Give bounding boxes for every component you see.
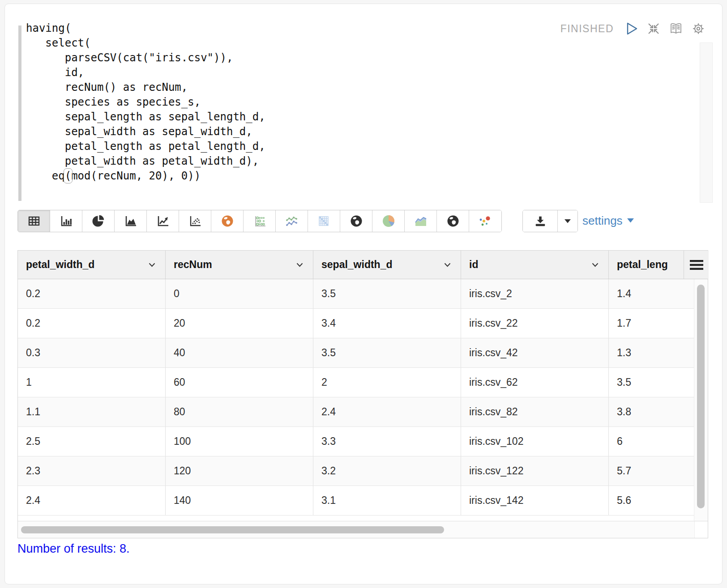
chart-map-button[interactable] <box>211 210 244 232</box>
chart-stacked-area-button[interactable] <box>405 210 437 232</box>
bar-chart-icon <box>60 215 73 227</box>
chart-line-button[interactable] <box>147 210 179 232</box>
table-row: 2.5 100 3.3 iris.csv_102 6 <box>18 427 695 456</box>
hamburger-menu-icon <box>690 260 703 270</box>
chevron-down-icon[interactable] <box>149 263 155 267</box>
table-icon <box>27 215 41 227</box>
results-count-text: Number of results: 8. <box>17 542 130 556</box>
table-cell: iris.csv_122 <box>461 456 609 486</box>
globe-dark-icon <box>350 214 363 228</box>
horizontal-scrollbar-track[interactable] <box>18 521 708 538</box>
editor-gutter <box>18 26 21 201</box>
table-cell: 2.4 <box>18 486 166 515</box>
chart-scatter-button[interactable] <box>179 210 211 232</box>
pie-chart-icon <box>92 214 105 228</box>
column-header-id[interactable]: id <box>461 251 609 279</box>
table-cell: 0.3 <box>18 338 166 367</box>
chevron-down-icon[interactable] <box>592 263 599 267</box>
table-cell: 1.4 <box>609 279 695 308</box>
visualization-toolbar: settings <box>17 209 713 231</box>
table-cell: 3.5 <box>313 338 461 367</box>
column-header-petal-width[interactable]: petal_width_d <box>18 251 166 279</box>
multi-line-chart-icon <box>285 215 299 227</box>
table-cell: 40 <box>166 338 313 367</box>
download-options-button[interactable] <box>558 210 577 232</box>
chart-pie-colored-button[interactable] <box>372 210 405 232</box>
settings-label: settings <box>582 214 623 228</box>
chart-table-button[interactable] <box>18 210 50 232</box>
chart-heatmap-button[interactable] <box>308 210 340 232</box>
download-caret-icon <box>564 219 571 223</box>
settings-caret-icon <box>627 218 634 223</box>
table-menu-button[interactable] <box>684 251 709 279</box>
table-cell: 60 <box>166 368 313 397</box>
chart-globe-button[interactable] <box>340 210 372 232</box>
download-button[interactable] <box>523 210 558 232</box>
chart-pie-button[interactable] <box>82 210 115 232</box>
vertical-scrollbar-thumb[interactable] <box>697 285 705 508</box>
table-cell: 2.4 <box>313 397 461 426</box>
table-row: 0.2 20 3.4 iris.csv_22 1.7 <box>18 309 695 338</box>
download-group <box>522 210 578 232</box>
horizontal-scrollbar-thumb[interactable] <box>21 526 444 533</box>
bubble-matrix-icon <box>253 215 266 227</box>
code-after-bracket: mod(recNum, 20), 0)) <box>71 170 201 182</box>
code-before-bracket: having( select( parseCSV(cat("iris.csv")… <box>26 22 265 182</box>
table-cell: 2 <box>313 368 461 397</box>
table-row: 2.4 140 3.1 iris.csv_142 5.6 <box>18 486 695 516</box>
table-cell: 1.3 <box>609 338 695 367</box>
table-cell: iris.csv_82 <box>461 397 609 426</box>
area-chart-icon <box>124 215 137 227</box>
vertical-scrollbar-track[interactable] <box>694 279 708 521</box>
chart-scatter-dots-button[interactable] <box>469 210 501 232</box>
column-header-recnum[interactable]: recNum <box>166 251 313 279</box>
table-cell: 3.1 <box>313 486 461 515</box>
column-header-petal-length[interactable]: petal_leng <box>609 251 684 279</box>
column-header-sepal-width[interactable]: sepal_width_d <box>313 251 461 279</box>
table-body: 0.2 0 3.5 iris.csv_2 1.4 0.2 20 3.4 iris… <box>18 279 708 521</box>
table-cell: 2.5 <box>18 427 166 456</box>
table-cell: 3.5 <box>609 368 695 397</box>
notebook-paragraph: FINISHED <box>4 4 723 584</box>
results-table: petal_width_d recNum sepal_width_d id pe… <box>17 250 708 538</box>
table-row: 2.3 120 3.2 iris.csv_122 5.7 <box>18 456 695 486</box>
chevron-down-icon[interactable] <box>296 263 303 267</box>
table-cell: 1.1 <box>18 397 166 426</box>
table-cell: 3.5 <box>313 279 461 308</box>
table-cell: 120 <box>166 456 313 486</box>
chart-multi-line-button[interactable] <box>276 210 308 232</box>
chart-area-button[interactable] <box>115 210 147 232</box>
code-text[interactable]: having( select( parseCSV(cat("iris.csv")… <box>26 21 265 183</box>
table-cell: iris.csv_22 <box>461 309 609 338</box>
table-cell: 3.2 <box>313 456 461 486</box>
scatter-dots-icon <box>479 214 492 228</box>
scatter-chart-icon <box>188 215 202 227</box>
table-cell: 2.3 <box>18 456 166 486</box>
table-cell: iris.csv_62 <box>461 368 609 397</box>
table-header-row: petal_width_d recNum sepal_width_d id pe… <box>18 251 708 279</box>
table-cell: iris.csv_142 <box>461 486 609 515</box>
chart-globe-2-button[interactable] <box>437 210 469 232</box>
stacked-area-chart-icon <box>414 215 428 227</box>
table-cell: 3.4 <box>313 309 461 338</box>
download-icon <box>534 215 547 227</box>
heatmap-icon <box>317 215 331 227</box>
chart-bar-button[interactable] <box>50 210 82 232</box>
code-editor[interactable]: having( select( parseCSV(cat("iris.csv")… <box>18 20 713 205</box>
settings-link[interactable]: settings <box>582 209 634 232</box>
table-cell: 6 <box>609 427 695 456</box>
chevron-down-icon[interactable] <box>444 263 451 267</box>
table-cell: iris.csv_2 <box>461 279 609 308</box>
table-cell: 100 <box>166 427 313 456</box>
table-cell: 80 <box>166 397 313 426</box>
table-cell: iris.csv_102 <box>461 427 609 456</box>
table-cell: 1 <box>18 368 166 397</box>
matched-bracket-highlight: ( <box>65 170 71 182</box>
editor-scrollbar[interactable] <box>700 43 713 203</box>
table-cell: 3.3 <box>313 427 461 456</box>
chart-bubble-matrix-button[interactable] <box>244 210 276 232</box>
pie-chart-colored-icon <box>382 214 395 228</box>
table-cell: 0 <box>166 279 313 308</box>
table-row: 0.2 0 3.5 iris.csv_2 1.4 <box>18 279 695 309</box>
table-cell: 5.7 <box>609 456 695 486</box>
